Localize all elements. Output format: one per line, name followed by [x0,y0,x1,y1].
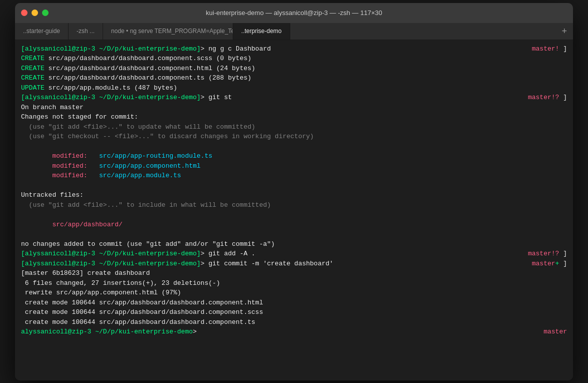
terminal-line: rewrite src/app/app.component.html (97%) [21,288,567,298]
terminal-line: (use "git add <file>..." to include in w… [21,200,567,210]
prompt: alyssanicoll@zip-3 ~/D/p/kui-enterprise-… [21,327,193,337]
terminal-line: Untracked files: [21,190,567,200]
tab-enterprise-demo[interactable]: ..terprise-demo [233,23,290,40]
terminal-line: CREATE src/app/dashboard/dashboard.compo… [21,73,567,83]
terminal-content[interactable]: [alyssanicoll@zip-3 ~/D/p/kui-enterprise… [15,40,573,380]
terminal-line: CREATE src/app/dashboard/dashboard.compo… [21,64,567,74]
prompt: [alyssanicoll@zip-3 ~/D/p/kui-enterprise… [21,249,201,259]
git-branch: master+ [532,259,559,269]
terminal-line: 6 files changed, 27 insertions(+), 23 de… [21,278,567,288]
command: ng g c Dashboard [205,44,271,54]
terminal-line: UPDATE src/app/app.module.ts (487 bytes) [21,83,567,93]
window-title: kui-enterprise-demo — alyssanicoll@zip-3… [206,9,382,17]
terminal-line [21,229,567,239]
git-branch: master! [532,44,559,54]
terminal-line [21,142,567,152]
terminal-line: [alyssanicoll@zip-3 ~/D/p/kui-enterprise… [21,44,567,54]
prompt-arrow: > [201,259,205,269]
tab-starter-guide[interactable]: ..starter-guide [15,23,69,40]
terminal-line: [alyssanicoll@zip-3 ~/D/p/kui-enterprise… [21,249,567,259]
terminal-line [21,181,567,191]
terminal-line: src/app/dashboard/ [21,220,567,230]
prompt: [alyssanicoll@zip-3 ~/D/p/kui-enterprise… [21,93,201,103]
tab-node[interactable]: node • ng serve TERM_PROGRAM=Apple_Termi… [103,23,233,40]
terminal-line: create mode 100644 src/app/dashboard/das… [21,317,567,327]
command: git st [205,93,232,103]
command: git commit -m 'create dashboard' [205,259,333,269]
prompt: [alyssanicoll@zip-3 ~/D/p/kui-enterprise… [21,44,201,54]
terminal-line: On branch master [21,103,567,113]
prompt-arrow: > [193,327,197,337]
terminal-window: kui-enterprise-demo — alyssanicoll@zip-3… [15,3,573,380]
add-tab-button[interactable]: + [555,23,573,40]
terminal-line: modified: src/app/app.module.ts [21,171,567,181]
terminal-line: create mode 100644 src/app/dashboard/das… [21,298,567,308]
tab-bar: ..starter-guide -zsh ... node • ng serve… [15,23,573,40]
terminal-line: Changes not staged for commit: [21,112,567,122]
maximize-button[interactable] [42,10,49,16]
title-bar: kui-enterprise-demo — alyssanicoll@zip-3… [15,3,573,23]
terminal-line: CREATE src/app/dashboard/dashboard.compo… [21,54,567,64]
terminal-line: (use "git checkout -- <file>..." to disc… [21,132,567,142]
prompt-arrow: > [201,44,205,54]
terminal-line: [master 6b18623] create dashboard [21,268,567,278]
terminal-line: create mode 100644 src/app/dashboard/das… [21,307,567,317]
git-branch: master!? [528,93,559,103]
tab-zsh[interactable]: -zsh ... [69,23,103,40]
prompt: [alyssanicoll@zip-3 ~/D/p/kui-enterprise… [21,259,201,269]
command: git add -A . [205,249,255,259]
terminal-line: (use "git add <file>..." to update what … [21,122,567,132]
terminal-line: [alyssanicoll@zip-3 ~/D/p/kui-enterprise… [21,259,567,269]
prompt-arrow: > [201,249,205,259]
terminal-line: modified: src/app/app-routing.module.ts [21,151,567,161]
terminal-line [21,210,567,220]
traffic-lights [21,10,49,16]
prompt-arrow: > [201,93,205,103]
close-button[interactable] [21,10,28,16]
terminal-line: no changes added to commit (use "git add… [21,239,567,249]
git-branch: master [543,327,567,337]
terminal-line: [alyssanicoll@zip-3 ~/D/p/kui-enterprise… [21,93,567,103]
minimize-button[interactable] [32,10,38,16]
terminal-line: alyssanicoll@zip-3 ~/D/p/kui-enterprise-… [21,327,567,337]
git-branch: master!? [528,249,559,259]
terminal-line: modified: src/app/app.component.html [21,161,567,171]
